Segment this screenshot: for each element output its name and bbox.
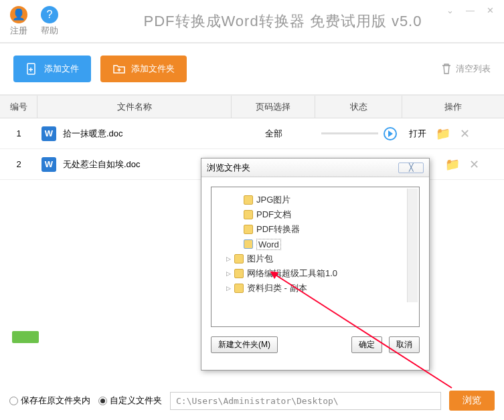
word-icon: W xyxy=(41,157,56,172)
add-folder-button[interactable]: 添加文件夹 xyxy=(100,56,187,82)
save-custom-radio[interactable]: 自定义文件夹 xyxy=(98,395,162,407)
tree-item[interactable]: PDF转换器 xyxy=(217,222,414,237)
remove-icon[interactable]: ✕ xyxy=(460,126,470,141)
tree-item[interactable]: PDF文档 xyxy=(217,207,414,222)
radio-label: 自定义文件夹 xyxy=(110,395,162,407)
dialog-close-button[interactable]: ╳ xyxy=(398,163,424,173)
play-icon[interactable] xyxy=(384,127,397,140)
help-label: 帮助 xyxy=(41,25,58,37)
clear-list-button[interactable]: 清空列表 xyxy=(441,63,491,75)
col-status: 状态 xyxy=(315,96,402,118)
tree-item[interactable]: ▷网络编辑超级工具箱1.0 xyxy=(217,266,414,281)
path-input[interactable]: C:\Users\Administrator\Desktop\ xyxy=(170,392,441,410)
folder-plus-icon xyxy=(112,62,126,76)
folder-tree[interactable]: JPG图片PDF文档PDF转换器Word▷图片包▷网络编辑超级工具箱1.0▷资料… xyxy=(211,187,420,327)
add-folder-label: 添加文件夹 xyxy=(131,63,175,75)
browse-button[interactable]: 浏览 xyxy=(449,391,495,411)
tree-item[interactable]: ▷图片包 xyxy=(217,251,414,266)
register-button[interactable]: 👤 注册 xyxy=(10,6,27,37)
page-sel[interactable]: 全部 xyxy=(232,128,315,140)
file-name: 无处惹尘自如埃.doc xyxy=(63,159,141,171)
convert-button-peek[interactable] xyxy=(12,331,39,343)
add-file-button[interactable]: 添加文件 xyxy=(13,56,91,82)
open-button[interactable]: 打开 xyxy=(409,128,426,140)
clear-label: 清空列表 xyxy=(456,63,491,75)
table-header: 编号 文件名称 页码选择 状态 操作 xyxy=(0,96,504,118)
word-icon: W xyxy=(41,126,56,141)
cancel-button[interactable]: 取消 xyxy=(389,336,420,353)
tree-item[interactable]: JPG图片 xyxy=(217,193,414,207)
folder-icon[interactable]: 📁 xyxy=(436,126,450,141)
file-name: 拾一抹暖意.doc xyxy=(63,128,123,140)
radio-label: 保存在原文件夹内 xyxy=(21,395,90,407)
folder-icon[interactable]: 📁 xyxy=(445,157,460,172)
col-name: 文件名称 xyxy=(37,96,232,118)
register-label: 注册 xyxy=(10,25,27,37)
help-icon: ? xyxy=(41,6,58,23)
row-no: 1 xyxy=(0,128,37,138)
add-file-label: 添加文件 xyxy=(44,63,79,75)
close-icon[interactable]: ✕ xyxy=(487,5,494,15)
help-button[interactable]: ? 帮助 xyxy=(41,6,58,37)
dialog-title: 浏览文件夹 xyxy=(207,162,250,174)
col-no: 编号 xyxy=(0,96,37,118)
col-op: 操作 xyxy=(402,96,504,118)
ok-button[interactable]: 确定 xyxy=(351,336,382,353)
user-icon: 👤 xyxy=(10,6,27,23)
app-title: PDF转换成Word转换器 免费试用版 v5.0 xyxy=(72,11,494,31)
col-page: 页码选择 xyxy=(232,96,315,118)
dropdown-icon[interactable]: ⌄ xyxy=(446,5,454,15)
trash-icon xyxy=(441,63,452,75)
browse-folder-dialog: 浏览文件夹 ╳ JPG图片PDF文档PDF转换器Word▷图片包▷网络编辑超级工… xyxy=(201,158,430,371)
table-row: 1 W拾一抹暖意.doc 全部 打开 📁 ✕ xyxy=(0,118,504,149)
tree-item[interactable]: Word xyxy=(217,237,414,251)
minimize-icon[interactable]: — xyxy=(466,5,475,15)
scrollbar[interactable] xyxy=(407,189,418,302)
new-folder-button[interactable]: 新建文件夹(M) xyxy=(211,336,278,353)
row-no: 2 xyxy=(0,159,37,169)
remove-icon[interactable]: ✕ xyxy=(469,157,479,172)
tree-item[interactable]: ▷资料归类 - 副本 xyxy=(217,281,414,296)
progress-bar xyxy=(321,132,378,134)
file-plus-icon xyxy=(25,62,39,76)
save-original-radio[interactable]: 保存在原文件夹内 xyxy=(9,395,90,407)
